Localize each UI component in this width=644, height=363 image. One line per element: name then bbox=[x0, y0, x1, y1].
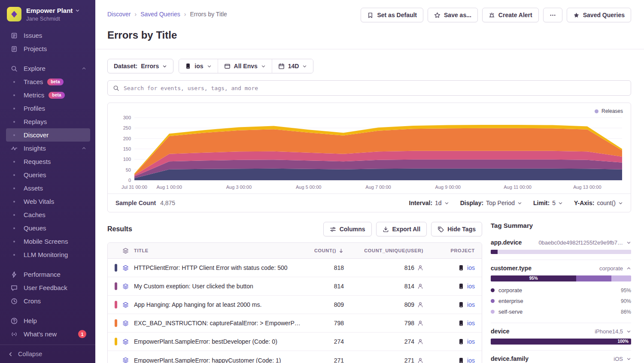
sidebar-item-projects[interactable]: Projects bbox=[6, 42, 90, 55]
bullet bbox=[10, 227, 18, 229]
tag-segment: 95% bbox=[491, 275, 576, 281]
project-link[interactable]: ios bbox=[467, 301, 475, 308]
export-all-button[interactable]: Export All bbox=[376, 222, 427, 236]
control-value: 1d bbox=[435, 200, 442, 206]
sidebar-item-assets[interactable]: Assets bbox=[6, 182, 90, 195]
sidebar-item-metrics[interactable]: Metricsbeta bbox=[6, 88, 90, 102]
results-actions: Columns Export All Hide Tags bbox=[323, 222, 482, 236]
legend-label: Releases bbox=[601, 108, 623, 114]
count-cell: 798 bbox=[308, 314, 351, 333]
hide-tags-button[interactable]: Hide Tags bbox=[431, 222, 482, 236]
table-row: EmpowerPlant.SampleError: bestDeveloper … bbox=[108, 333, 482, 351]
collapse-button[interactable]: Collapse bbox=[0, 345, 95, 363]
tag-segment: 100% bbox=[491, 339, 631, 345]
bullet bbox=[10, 174, 18, 176]
display-control[interactable]: Display:Top Period bbox=[460, 200, 522, 206]
create-alert-button[interactable]: Create Alert bbox=[482, 8, 539, 22]
issue-title-link[interactable]: App Hanging: App hanging for at least 20… bbox=[134, 301, 261, 308]
legend-percent: 90% bbox=[621, 298, 631, 304]
project-link[interactable]: ios bbox=[467, 264, 475, 271]
bullet-dot bbox=[13, 134, 15, 136]
sidebar-item-issues[interactable]: Issues bbox=[6, 29, 90, 42]
sidebar-item-llm-monitoring[interactable]: LLM Monitoring bbox=[6, 248, 90, 261]
project-link[interactable]: ios bbox=[467, 357, 475, 363]
bullet-dot bbox=[13, 81, 15, 83]
save-as-button[interactable]: Save as... bbox=[428, 8, 478, 22]
column-count-unique[interactable]: COUNT_UNIQUE(USER) bbox=[351, 243, 430, 259]
issue-title-link[interactable]: EmpowerPlant.SampleError: happyCustomer … bbox=[134, 357, 281, 363]
legend-percent: 95% bbox=[621, 287, 631, 293]
button-label: Create Alert bbox=[498, 12, 532, 18]
sidebar-item-what-s-new[interactable]: What's new1 bbox=[6, 327, 90, 341]
more-options-button[interactable] bbox=[543, 8, 562, 22]
sidebar-item-label: Explore bbox=[24, 65, 46, 72]
sidebar-nav: IssuesProjectsExploreTracesbetaMetricsbe… bbox=[0, 27, 95, 345]
sidebar-item-label: Discover bbox=[24, 131, 49, 139]
search-input[interactable] bbox=[124, 85, 626, 91]
help-icon bbox=[10, 318, 18, 324]
org-switcher[interactable]: Empower Plant Jane Schmidt bbox=[0, 0, 95, 27]
count-unique-cell: 271 bbox=[404, 357, 414, 363]
series-color-swatch bbox=[115, 282, 117, 290]
columns-button[interactable]: Columns bbox=[323, 222, 372, 236]
sidebar-section-explore[interactable]: Explore bbox=[6, 62, 90, 75]
sidebar-item-crons[interactable]: Crons bbox=[6, 294, 90, 308]
sidebar-item-caches[interactable]: Caches bbox=[6, 208, 90, 221]
sidebar-item-user-feedback[interactable]: User Feedback bbox=[6, 281, 90, 294]
column-count[interactable]: COUNT() bbox=[314, 248, 336, 253]
sidebar-item-profiles[interactable]: Profiles bbox=[6, 102, 90, 115]
sidebar-item-performance[interactable]: Performance bbox=[6, 268, 90, 281]
sidebar-item-queues[interactable]: Queues bbox=[6, 221, 90, 235]
sidebar-item-mobile-screens[interactable]: Mobile Screens bbox=[6, 235, 90, 248]
project-link[interactable]: ios bbox=[467, 338, 475, 345]
tag-toggle-app-device[interactable]: app.device0baebc0de4982f1255f2e9e9fb7… bbox=[491, 239, 631, 246]
sidebar-item-help[interactable]: Help bbox=[6, 314, 90, 327]
project-filter[interactable]: ios bbox=[179, 59, 218, 73]
button-label: Export All bbox=[392, 226, 421, 233]
breadcrumb-saved-queries[interactable]: Saved Queries bbox=[140, 11, 180, 18]
count-unique-cell: 798 bbox=[404, 320, 414, 327]
project-link[interactable]: ios bbox=[467, 283, 475, 290]
issue-title-link[interactable]: HTTPClientError: HTTP Client Error with … bbox=[134, 264, 288, 271]
issue-title-link[interactable]: EmpowerPlant.SampleError: bestDeveloper … bbox=[134, 338, 277, 345]
environment-filter[interactable]: All Envs bbox=[218, 59, 272, 73]
date-range-filter[interactable]: 14D bbox=[272, 59, 313, 73]
issue-title-link[interactable]: EXC_BAD_INSTRUCTION: captureFatalError: … bbox=[134, 320, 301, 327]
tag-distribution-bar: 95% bbox=[491, 275, 631, 281]
chevron-left-icon bbox=[8, 351, 13, 357]
interval-control[interactable]: Interval:1d bbox=[409, 200, 449, 206]
feedback-icon bbox=[10, 284, 18, 291]
search-bar[interactable] bbox=[107, 80, 631, 96]
chevron-down-icon bbox=[558, 201, 563, 206]
column-title[interactable]: TITLE bbox=[134, 248, 149, 253]
series-color-swatch bbox=[115, 301, 117, 309]
dataset-filter[interactable]: Dataset: Errors bbox=[107, 59, 173, 73]
tag-distribution-bar: 100% bbox=[491, 339, 631, 345]
y-axis-control[interactable]: Y-Axis:count() bbox=[574, 200, 623, 206]
breadcrumb-discover[interactable]: Discover bbox=[107, 11, 131, 18]
limit-control[interactable]: Limit:5 bbox=[533, 200, 563, 206]
releases-legend-toggle[interactable]: Releases bbox=[595, 108, 623, 114]
column-project[interactable]: PROJECT bbox=[430, 243, 482, 259]
bullet bbox=[10, 108, 18, 109]
sidebar-item-web-vitals[interactable]: Web Vitals bbox=[6, 195, 90, 208]
sidebar-item-requests[interactable]: Requests bbox=[6, 155, 90, 168]
tag-legend-row: self-serve86% bbox=[491, 306, 631, 317]
org-logo bbox=[7, 7, 21, 21]
sidebar-section-insights[interactable]: Insights bbox=[6, 142, 90, 155]
sidebar-item-discover[interactable]: Discover bbox=[6, 128, 90, 142]
saved-queries-button[interactable]: Saved Queries bbox=[567, 8, 631, 22]
sidebar-item-label: Replays bbox=[24, 118, 47, 125]
sidebar-item-queries[interactable]: Queries bbox=[6, 168, 90, 182]
tag-toggle-device[interactable]: deviceiPhone14,5 bbox=[491, 328, 631, 335]
count-unique-cell: 274 bbox=[404, 338, 414, 345]
layers-icon bbox=[122, 283, 129, 290]
project-link[interactable]: ios bbox=[467, 320, 475, 327]
sidebar-item-replays[interactable]: Replays bbox=[6, 115, 90, 128]
sidebar-item-traces[interactable]: Tracesbeta bbox=[6, 75, 90, 88]
set-as-default-button[interactable]: Set as Default bbox=[361, 8, 423, 22]
issue-title-link[interactable]: My Custom exeption: User clicked the but… bbox=[134, 283, 253, 290]
tag-toggle-customer-type[interactable]: customer.typecorporate bbox=[491, 265, 631, 272]
tag-toggle-device-family[interactable]: device.familyiOS bbox=[491, 355, 631, 362]
button-label: Columns bbox=[340, 226, 365, 233]
